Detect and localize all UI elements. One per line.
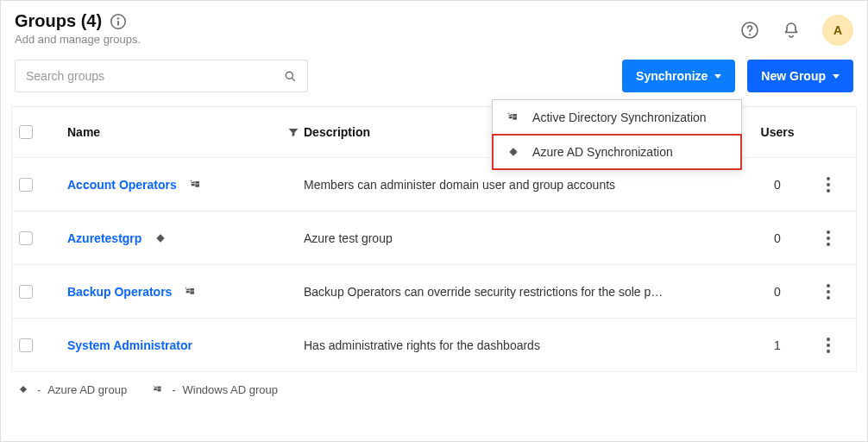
synchronize-button[interactable]: Synchronize (622, 60, 735, 92)
group-users-count: 0 (747, 285, 808, 299)
table-row: Azuretestgrp Azure test group 0 (12, 211, 856, 264)
legend-azure-label: Azure AD group (47, 383, 127, 396)
legend-dash: - (37, 383, 41, 396)
row-actions-icon[interactable] (808, 177, 849, 193)
group-description: Members can administer domain user and g… (304, 178, 720, 192)
synchronize-dropdown: Active Directory Synchronization Azure A… (492, 99, 742, 170)
group-description: Has administrative rights for the dashbo… (304, 338, 720, 352)
windows-ad-icon (184, 285, 198, 299)
synchronize-label: Synchronize (636, 69, 708, 83)
page-title: Groups (4) (15, 11, 102, 31)
row-actions-icon[interactable] (808, 338, 849, 353)
table-row: Backup Operators Backup Operators can ov… (12, 264, 856, 318)
windows-ad-icon (151, 382, 165, 396)
group-description: Azure test group (304, 231, 720, 245)
azure-ad-icon (154, 231, 167, 245)
group-link[interactable]: Azuretestgrp (67, 231, 142, 245)
group-users-count: 0 (747, 231, 808, 245)
group-description: Backup Operators can override security r… (304, 285, 720, 299)
table-row: System Administrator Has administrative … (12, 318, 856, 371)
azure-ad-icon (506, 145, 520, 159)
group-link[interactable]: System Administrator (67, 338, 192, 352)
group-users-count: 0 (747, 178, 808, 192)
row-checkbox[interactable] (19, 338, 33, 352)
legend-windows-label: Windows AD group (182, 383, 278, 396)
new-group-label: New Group (761, 69, 826, 83)
filter-name-icon[interactable] (283, 125, 304, 139)
windows-ad-icon (189, 178, 203, 192)
sync-option-label: Active Directory Synchronization (532, 110, 707, 124)
avatar[interactable]: A (822, 15, 853, 46)
sync-option-active-directory[interactable]: Active Directory Synchronization (493, 100, 741, 135)
col-header-users[interactable]: Users (747, 125, 808, 139)
row-checkbox[interactable] (19, 178, 33, 192)
group-users-count: 1 (747, 338, 808, 352)
page-subtitle: Add and manage groups. (15, 33, 141, 46)
row-actions-icon[interactable] (808, 230, 849, 246)
row-checkbox[interactable] (19, 285, 33, 299)
row-actions-icon[interactable] (808, 284, 849, 300)
info-icon[interactable] (109, 12, 128, 31)
legend-dash: - (172, 383, 175, 396)
search-input-wrapper[interactable] (15, 60, 308, 92)
chevron-down-icon (714, 74, 721, 79)
col-header-name[interactable]: Name (67, 125, 283, 139)
search-input[interactable] (26, 69, 283, 83)
help-icon[interactable] (739, 20, 760, 41)
group-link[interactable]: Account Operators (67, 178, 177, 192)
new-group-button[interactable]: New Group (747, 60, 853, 92)
chevron-down-icon (833, 74, 840, 79)
row-checkbox[interactable] (19, 231, 33, 245)
legend: - Azure AD group - Windows AD group (1, 372, 867, 396)
sync-option-label: Azure AD Synchronization (532, 145, 673, 159)
windows-ad-icon (506, 110, 520, 124)
sync-option-azure-ad[interactable]: Azure AD Synchronization (492, 134, 742, 170)
azure-ad-icon (16, 382, 30, 396)
group-link[interactable]: Backup Operators (67, 285, 172, 299)
notifications-icon[interactable] (781, 20, 802, 41)
select-all-checkbox[interactable] (19, 125, 33, 139)
search-icon (283, 69, 297, 83)
